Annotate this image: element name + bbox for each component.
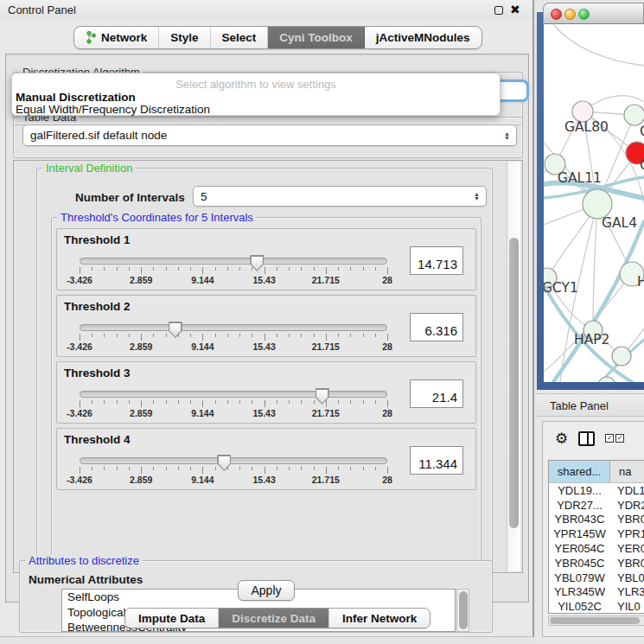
minimize-traffic-light-icon[interactable] (564, 9, 576, 20)
node-label-gal80: GAL80 (564, 119, 609, 135)
right-region: GAL80 G C GAL11 GAL4 GCY1 H HAP2 Table P… (536, 0, 644, 644)
tab-network[interactable]: Network (74, 27, 159, 48)
table-row[interactable]: YDR27... YDR2 (549, 498, 644, 513)
dropdown-item-equal-width-frequency[interactable]: Equal Width/Frequency Discretization (15, 103, 499, 116)
checkbox-icon: ✓ (615, 434, 624, 443)
select-columns-icon[interactable]: ✓ ✓ (605, 434, 624, 443)
threshold-4-label: Threshold 4 (64, 433, 131, 446)
interval-definition-group: Interval Definition Number of Intervals … (36, 168, 493, 567)
close-traffic-light-icon[interactable] (551, 9, 562, 20)
dropdown-hint: Select algorithm to view settings (12, 78, 500, 91)
numerical-attributes-label: Numerical Attributes (29, 573, 143, 586)
dropdown-item-manual-discretization[interactable]: Manual Discretization (15, 91, 499, 104)
table-row[interactable]: YBL079W YBL0 (549, 571, 644, 585)
table-panel-header: Table Panel (536, 393, 644, 417)
table-data-combo-value: galFiltered.sif default node (30, 129, 167, 142)
slider-tick-labels: -3.4262.8599.14415.4321.71528 (80, 341, 387, 352)
slider-ticks (80, 400, 387, 408)
table-row[interactable]: YIL052C YIL0 (549, 599, 644, 614)
node-label-gal11: GAL11 (558, 170, 602, 186)
node-bottom-2[interactable] (598, 377, 615, 382)
threshold-1-slider[interactable] (80, 258, 387, 265)
network-icon (86, 31, 97, 44)
table-row[interactable]: YBR045C YBR0 (549, 556, 644, 571)
network-window-titlebar (543, 3, 644, 24)
column-header-shared-name[interactable]: shared... (549, 461, 610, 482)
slider-tick-labels: -3.4262.8599.14415.4321.71528 (80, 475, 387, 485)
threshold-3-panel: Threshold 3 -3.4262.8599.14415.4321.7152… (56, 361, 476, 424)
thresholds-group-title: Threshold's Coordinates for 5 Intervals (57, 211, 257, 224)
tab-discretize-data[interactable]: Discretize Data (219, 609, 329, 628)
tab-network-label: Network (101, 31, 147, 44)
split-table-icon[interactable] (578, 431, 595, 446)
node-attribute-table: shared... na YDL19... YDL1 YDR27... YDR2 (548, 460, 644, 614)
threshold-2-value-field[interactable] (410, 313, 463, 341)
table-panel-title: Table Panel (550, 399, 609, 412)
algorithm-dropdown-popup: Select algorithm to view settings Manual… (11, 73, 501, 116)
thresholds-group: Threshold's Coordinates for 5 Intervals … (51, 217, 481, 563)
node-label-partial-c: C (640, 157, 644, 173)
table-row[interactable]: YPR145W YPR1 (549, 526, 644, 541)
attributes-group-title: Attributes to discretize (25, 554, 143, 567)
control-panel-window: Control Panel ✖ Network Style Select Cyn… (0, 0, 534, 637)
node-label-gal4: GAL4 (602, 215, 637, 231)
apply-button[interactable]: Apply (238, 580, 295, 601)
tab-impute-data[interactable]: Impute Data (125, 609, 219, 628)
settings-vertical-scrollbar[interactable] (507, 162, 520, 571)
float-window-icon[interactable] (494, 6, 503, 15)
tab-infer-network[interactable]: Infer Network (329, 609, 430, 628)
zoom-traffic-light-icon[interactable] (578, 9, 590, 20)
table-panel-body: ⚙ ✓ ✓ shared... na YDL19... YDL1 (542, 421, 644, 637)
slider-ticks (80, 467, 387, 475)
table-header-row: shared... na (549, 461, 644, 483)
number-of-intervals-combo[interactable]: 5 ▲▼ (193, 186, 487, 207)
table-data-combo[interactable]: galFiltered.sif default node ▲▼ (22, 124, 517, 146)
table-rows: YDL19... YDL1 YDR27... YDR2 YBR043C YBR0 (549, 483, 644, 614)
control-panel-titlebar: Control Panel ✖ (0, 0, 532, 19)
tab-cyni-toolbox[interactable]: Cyni Toolbox (268, 27, 365, 48)
node-label-partial-h: H (637, 274, 644, 290)
number-of-intervals-value: 5 (201, 190, 207, 203)
node-label-gcy1: GCY1 (544, 280, 578, 296)
slider-ticks (80, 334, 387, 341)
threshold-3-slider[interactable] (80, 391, 387, 398)
threshold-2-slider[interactable] (80, 324, 387, 331)
threshold-4-value-field[interactable] (410, 446, 463, 475)
slider-tick-labels: -3.4262.8599.14415.4321.71528 (80, 408, 387, 418)
threshold-1-value-field[interactable] (410, 246, 463, 275)
node-bottom[interactable] (612, 347, 631, 366)
threshold-4-slider[interactable] (80, 457, 387, 464)
table-data-group: Table Data galFiltered.sif default node … (13, 117, 523, 158)
tab-style[interactable]: Style (159, 27, 210, 48)
network-canvas[interactable]: GAL80 G C GAL11 GAL4 GCY1 H HAP2 (544, 24, 644, 382)
node-label-hap2: HAP2 (574, 332, 609, 348)
threshold-2-panel: Threshold 2 -3.4262.8599.14415.4321.7152… (56, 295, 476, 357)
tab-jactivemnodules[interactable]: jActiveMNodules (365, 27, 481, 48)
control-panel-tabbar: Network Style Select Cyni Toolbox jActiv… (73, 26, 482, 49)
window-title: Control Panel (8, 3, 76, 16)
table-row[interactable]: YER054C YER0 (549, 541, 644, 556)
slider-ticks (80, 267, 387, 275)
tab-select[interactable]: Select (211, 27, 269, 48)
scrollbar-thumb[interactable] (509, 238, 519, 528)
column-header-name[interactable]: na (610, 461, 644, 482)
attributes-list-scrollbar[interactable] (456, 589, 469, 632)
threshold-1-panel: Threshold 1 -3.4262.8599.14415.4321.7152… (56, 228, 476, 290)
threshold-3-value-field[interactable] (410, 379, 463, 408)
table-row[interactable]: YLR345W YLR3 (549, 585, 644, 600)
table-row[interactable]: YDL19... YDL1 (549, 483, 644, 498)
table-panel-toolbar: ⚙ ✓ ✓ (543, 422, 644, 455)
gear-icon[interactable]: ⚙ (555, 431, 568, 446)
combo-spinner-icon: ▲▼ (504, 131, 510, 140)
node-top-right[interactable] (624, 105, 644, 125)
interval-definition-title: Interval Definition (42, 162, 136, 175)
network-graph: GAL80 G C GAL11 GAL4 GCY1 H HAP2 (544, 24, 644, 382)
node-gal4[interactable] (583, 189, 612, 219)
table-row[interactable]: YBR043C YBR0 (549, 513, 644, 527)
slider-tick-labels: -3.4262.8599.14415.4321.71528 (80, 275, 387, 285)
threshold-2-label: Threshold 2 (64, 300, 131, 313)
threshold-3-label: Threshold 3 (64, 367, 131, 379)
table-horizontal-scrollbar[interactable] (548, 615, 644, 626)
threshold-1-label: Threshold 1 (64, 233, 131, 246)
close-icon[interactable]: ✖ (510, 3, 520, 16)
